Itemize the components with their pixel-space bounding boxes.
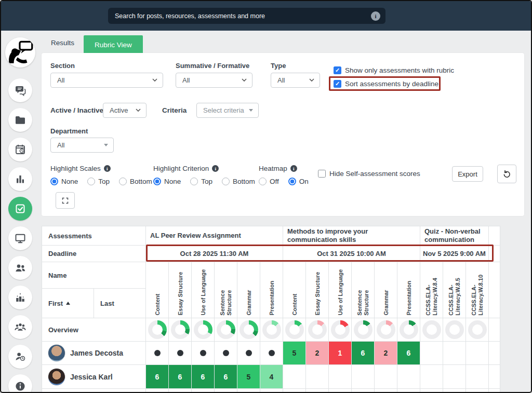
tab-rubric-view[interactable]: Rubric View xyxy=(84,35,143,55)
highlight-scales-top[interactable]: Top xyxy=(87,178,110,185)
sort-deadline-checkbox[interactable]: ✓ Sort assessments by deadline xyxy=(334,80,438,88)
criterion-label: CCSS.ELA-Literacy.W.8.5 xyxy=(448,265,461,316)
score-pending-cell[interactable] xyxy=(215,342,237,365)
heatmap-on[interactable]: On xyxy=(288,178,309,185)
overview-donut-cell xyxy=(192,318,215,342)
section-select[interactable]: All xyxy=(50,73,163,88)
app-logo[interactable] xyxy=(5,37,35,67)
sort-last-header[interactable]: Last xyxy=(94,289,146,318)
sidebar-item-monitor[interactable] xyxy=(8,226,32,250)
radio-icon xyxy=(259,178,267,185)
overview-donut-cell xyxy=(375,318,397,342)
empty-score-cell[interactable] xyxy=(306,365,329,389)
score-cell[interactable]: 6 xyxy=(169,365,192,389)
global-search[interactable]: i xyxy=(108,8,385,24)
search-info-icon[interactable]: i xyxy=(371,11,380,21)
assessment-deadline: Nov 5 2025 9:00 AM xyxy=(420,246,489,262)
sidebar-item-people-two[interactable] xyxy=(8,256,32,280)
fullscreen-button[interactable] xyxy=(56,192,75,209)
info-icon[interactable]: i xyxy=(104,165,111,172)
empty-score-cell[interactable] xyxy=(283,365,306,389)
overview-donut-cell xyxy=(329,318,352,342)
score-pending-cell[interactable] xyxy=(146,342,169,365)
score-cell[interactable]: 2 xyxy=(375,342,397,365)
score-cell[interactable]: 2 xyxy=(306,342,329,365)
info-icon[interactable]: i xyxy=(212,165,219,172)
score-cell[interactable]: 6 xyxy=(192,365,215,389)
criterion-label: CCSS.ELA-Literacy.W.8.10 xyxy=(471,265,484,316)
criterion-label: Sentence Structure xyxy=(356,265,369,316)
highlight-scales-none[interactable]: None xyxy=(50,178,78,185)
score-pending-cell[interactable] xyxy=(169,342,192,365)
assessments-row-label: Assessments xyxy=(42,226,146,246)
sidebar-item-folder[interactable] xyxy=(8,108,32,132)
tab-results[interactable]: Results xyxy=(42,39,84,47)
student-name-cell[interactable]: Jessica Karl xyxy=(42,365,146,389)
score-cell[interactable]: 6 xyxy=(352,342,375,365)
sidebar-item-podium-stars[interactable] xyxy=(8,286,32,309)
score-cell[interactable]: 6 xyxy=(397,342,420,365)
rubric-table: AssessmentsAL Peer Review AssignmentMeth… xyxy=(42,226,500,393)
partial-row-cell xyxy=(329,389,352,393)
highlight-scales-label: Highlight Scales i xyxy=(50,165,111,172)
hide-self-assessment-checkbox[interactable]: Hide Self-assessment scores xyxy=(318,170,420,178)
criterion-header: Grammar xyxy=(237,262,260,318)
score-cell[interactable]: 1 xyxy=(329,342,352,365)
empty-score-cell[interactable] xyxy=(420,342,443,365)
empty-score-cell[interactable] xyxy=(466,365,489,389)
refresh-button[interactable] xyxy=(497,165,516,183)
sort-first-header[interactable]: First xyxy=(42,289,94,318)
assessment-title: Quiz - Non-verbal communication xyxy=(420,226,489,246)
score-cell[interactable]: 5 xyxy=(283,342,306,365)
show-rubric-checkbox[interactable]: ✓ Show only assessments with rubric xyxy=(334,66,454,74)
info-icon[interactable]: i xyxy=(290,165,297,172)
triangle-down-icon xyxy=(249,109,253,112)
heatmap-off[interactable]: Off xyxy=(259,178,279,185)
highlight-criterion-bottom[interactable]: Bottom xyxy=(222,178,255,185)
score-pending-cell[interactable] xyxy=(237,342,260,365)
overview-donut-cell xyxy=(169,318,192,342)
avatar xyxy=(48,344,65,362)
student-name-cell[interactable]: James Decosta xyxy=(42,342,146,365)
overview-donut-cell xyxy=(466,318,489,342)
score-cell[interactable]: 6 xyxy=(215,365,237,389)
radio-icon xyxy=(190,178,198,185)
department-select[interactable]: All xyxy=(50,138,114,153)
sidebar-item-people-three[interactable] xyxy=(8,315,32,339)
highlight-criterion-top[interactable]: Top xyxy=(190,178,212,185)
empty-score-cell[interactable] xyxy=(443,342,466,365)
criterion-header: Use of Language xyxy=(329,262,352,318)
export-button[interactable]: Export xyxy=(452,166,483,182)
score-cell[interactable]: 5 xyxy=(237,365,260,389)
empty-score-cell[interactable] xyxy=(466,342,489,365)
sidebar-item-check-square[interactable] xyxy=(8,197,32,221)
active-inactive-select[interactable]: Active xyxy=(103,103,147,118)
sidebar-item-chat[interactable] xyxy=(8,78,32,102)
type-select[interactable]: All xyxy=(271,73,320,88)
sidebar xyxy=(1,31,42,392)
search-input[interactable] xyxy=(115,12,371,20)
highlight-scales-bottom[interactable]: Bottom xyxy=(119,178,152,185)
sidebar-item-person-clock[interactable] xyxy=(8,345,32,369)
chevron-down-icon xyxy=(152,78,157,82)
highlight-criterion-none[interactable]: None xyxy=(153,178,181,185)
empty-score-cell[interactable] xyxy=(329,365,352,389)
pending-dot-icon xyxy=(223,350,229,356)
sidebar-item-bar-chart[interactable] xyxy=(8,167,32,191)
score-cell[interactable]: 6 xyxy=(146,365,169,389)
score-cell[interactable]: 4 xyxy=(260,365,283,389)
empty-score-cell[interactable] xyxy=(443,365,466,389)
criterion-header: Essay Structure xyxy=(306,262,329,318)
score-pending-cell[interactable] xyxy=(192,342,215,365)
criterion-header: Presentation xyxy=(397,262,420,318)
criteria-select[interactable]: Select criteria xyxy=(196,103,259,118)
sidebar-item-info[interactable] xyxy=(8,374,32,393)
empty-score-cell[interactable] xyxy=(352,365,375,389)
info-icon xyxy=(14,380,26,392)
empty-score-cell[interactable] xyxy=(375,365,397,389)
sidebar-item-calendar-clock[interactable] xyxy=(8,138,32,161)
empty-score-cell[interactable] xyxy=(397,365,420,389)
empty-score-cell[interactable] xyxy=(420,365,443,389)
summative-formative-select[interactable]: All xyxy=(176,73,252,88)
score-pending-cell[interactable] xyxy=(260,342,283,365)
